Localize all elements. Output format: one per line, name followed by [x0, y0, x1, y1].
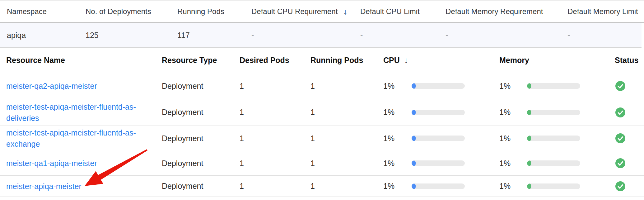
mem-usage-fill — [527, 110, 531, 115]
column-label: Resource Type — [162, 56, 217, 65]
resource-link[interactable]: meister-qa2-apiqa-meister — [6, 80, 147, 92]
desired-pods-value: 1 — [240, 159, 310, 168]
cpu-percent: 1% — [383, 159, 412, 168]
resource-type: Deployment — [162, 108, 240, 117]
mem-usage-bar — [527, 83, 580, 89]
resource-table-header: Resource NameResource TypeDesired PodsRu… — [0, 48, 644, 73]
mem-usage: 1% — [499, 182, 615, 191]
running-pods-value: 1 — [310, 82, 383, 91]
resource-row: meister-qa2-apiqa-meisterDeployment111%1… — [0, 73, 644, 99]
resource-type: Deployment — [162, 182, 240, 191]
running-pods-value: 1 — [310, 182, 383, 191]
resource-name-cell: meister-test-apiqa-meister-fluentd-as-de… — [6, 101, 162, 124]
column-header-default-memory-limit[interactable]: Default Memory Limit — [567, 7, 644, 16]
cpu-usage-fill — [412, 83, 416, 89]
resource-type: Deployment — [162, 82, 240, 91]
cpu-usage-bar — [412, 136, 465, 141]
namespace-cell-deployments: 125 — [86, 31, 177, 40]
column-label: Default CPU Requirement — [251, 7, 338, 16]
column-label: Running Pods — [177, 7, 224, 16]
mem-percent: 1% — [499, 182, 527, 191]
resource-row: meister-test-apiqa-meister-fluentd-as-ex… — [0, 126, 644, 151]
status-healthy-icon — [615, 81, 625, 91]
column-header-running-pods[interactable]: Running Pods — [310, 56, 383, 65]
namespace-cell-default-cpu-requirement: - — [251, 31, 360, 40]
mem-usage-fill — [527, 83, 531, 89]
mem-usage-bar — [527, 110, 580, 115]
resource-type: Deployment — [162, 134, 240, 143]
cpu-usage-bar — [412, 110, 465, 115]
column-label: Status — [615, 56, 638, 65]
status-cell — [615, 158, 644, 168]
column-header-resource-name[interactable]: Resource Name — [6, 56, 162, 65]
mem-usage: 1% — [499, 108, 615, 117]
mem-usage-bar — [527, 183, 580, 189]
cpu-usage-fill — [412, 183, 416, 189]
mem-usage: 1% — [499, 82, 615, 91]
namespace-row[interactable]: apiqa125117---- — [0, 23, 642, 48]
status-healthy-icon — [615, 133, 625, 143]
cpu-percent: 1% — [383, 82, 412, 91]
resource-row: meister-qa1-apiqa-meisterDeployment111%1… — [0, 151, 644, 176]
column-label: Memory — [499, 56, 529, 65]
sort-desc-icon[interactable]: ↓ — [404, 55, 408, 65]
running-pods-value: 1 — [310, 108, 383, 117]
sort-desc-icon[interactable]: ↓ — [343, 7, 347, 17]
column-label: Default Memory Limit — [567, 7, 638, 16]
namespace-table-header: NamespaceNo. of DeploymentsRunning PodsD… — [0, 0, 644, 23]
running-pods-value: 1 — [310, 159, 383, 168]
resource-link[interactable]: meister-test-apiqa-meister-fluentd-as-de… — [6, 101, 147, 124]
column-header-desired-pods[interactable]: Desired Pods — [240, 56, 310, 65]
cpu-percent: 1% — [383, 108, 412, 117]
status-healthy-icon — [615, 181, 625, 191]
column-label: Default Memory Requirement — [446, 7, 543, 16]
cpu-usage-bar — [412, 160, 465, 166]
column-header-running-pods[interactable]: Running Pods — [177, 7, 251, 16]
mem-usage: 1% — [499, 159, 615, 168]
resource-name-cell: meister-qa1-apiqa-meister — [6, 158, 162, 169]
mem-percent: 1% — [499, 159, 527, 168]
resource-name-cell: meister-test-apiqa-meister-fluentd-as-ex… — [6, 127, 162, 150]
cpu-usage: 1% — [383, 159, 499, 168]
resource-type: Deployment — [162, 159, 240, 168]
mem-percent: 1% — [499, 82, 527, 91]
resource-link[interactable]: meister-qa1-apiqa-meister — [6, 158, 147, 169]
column-header-cpu[interactable]: CPU↓ — [383, 55, 499, 65]
column-header-resource-type[interactable]: Resource Type — [162, 56, 240, 65]
column-header-namespace[interactable]: Namespace — [7, 7, 86, 16]
status-cell — [615, 107, 644, 117]
cpu-usage-fill — [412, 136, 416, 141]
namespace-cell-default-memory-requirement: - — [446, 31, 567, 40]
column-header-default-memory-requirement[interactable]: Default Memory Requirement — [446, 7, 567, 16]
running-pods-value: 1 — [310, 134, 383, 143]
deployments-dashboard: NamespaceNo. of DeploymentsRunning PodsD… — [0, 0, 644, 197]
mem-usage-fill — [527, 183, 531, 189]
mem-percent: 1% — [499, 134, 527, 143]
desired-pods-value: 1 — [240, 182, 310, 191]
column-header-no-of-deployments[interactable]: No. of Deployments — [86, 7, 177, 16]
resource-link[interactable]: meister-apiqa-meister — [6, 181, 147, 192]
status-cell — [615, 133, 644, 143]
resource-link[interactable]: meister-test-apiqa-meister-fluentd-as-ex… — [6, 127, 147, 150]
column-header-default-cpu-requirement[interactable]: Default CPU Requirement↓ — [251, 7, 360, 17]
column-label: Resource Name — [6, 56, 65, 65]
column-label: Running Pods — [310, 56, 363, 65]
resource-name-cell: meister-qa2-apiqa-meister — [6, 80, 162, 92]
status-cell — [615, 181, 644, 191]
column-label: No. of Deployments — [86, 7, 151, 16]
column-header-default-cpu-limit[interactable]: Default CPU Limit — [360, 7, 446, 16]
namespace-cell-default-cpu-limit: - — [360, 31, 446, 40]
mem-usage-bar — [527, 160, 580, 166]
column-header-memory[interactable]: Memory — [499, 56, 615, 65]
cpu-usage: 1% — [383, 182, 499, 191]
desired-pods-value: 1 — [240, 134, 310, 143]
column-header-status[interactable]: Status — [615, 56, 644, 65]
desired-pods-value: 1 — [240, 108, 310, 117]
cpu-usage-bar — [412, 83, 465, 89]
resource-name-cell: meister-apiqa-meister — [6, 181, 162, 192]
mem-usage-fill — [527, 136, 531, 141]
resource-table-body: meister-qa2-apiqa-meisterDeployment111%1… — [0, 73, 644, 197]
resource-row: meister-apiqa-meisterDeployment111%1% — [0, 176, 644, 197]
cpu-usage: 1% — [383, 134, 499, 143]
desired-pods-value: 1 — [240, 82, 310, 91]
